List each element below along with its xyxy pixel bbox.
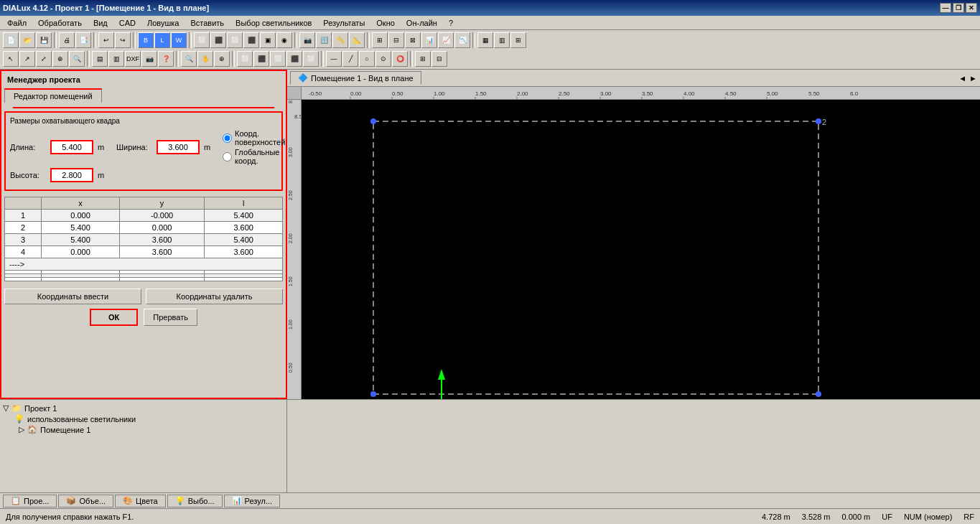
- nav-left[interactable]: ◄: [958, 74, 966, 83]
- tb-undo[interactable]: ↩: [98, 32, 114, 48]
- menu-file[interactable]: Файл: [3, 17, 31, 29]
- tb-e1[interactable]: ⊞: [372, 32, 388, 48]
- tb2-5[interactable]: 🔍: [69, 51, 85, 67]
- nav-right[interactable]: ►: [969, 74, 977, 83]
- length-input[interactable]: [50, 140, 93, 154]
- ok-button[interactable]: ОК: [90, 309, 138, 326]
- tb-d4[interactable]: 📐: [349, 32, 365, 48]
- menu-window[interactable]: Окно: [372, 17, 399, 29]
- tb2-22[interactable]: ⊙: [375, 51, 391, 67]
- menu-insert[interactable]: Вставить: [186, 17, 228, 29]
- tb2-25[interactable]: ⊟: [431, 51, 447, 67]
- tab-selection[interactable]: 💡 Выбо...: [167, 495, 223, 507]
- radio-surface[interactable]: Коорд. поверхностей: [223, 129, 285, 146]
- tb2-9[interactable]: 📷: [141, 51, 157, 67]
- menu-online[interactable]: Он-лайн: [402, 17, 442, 29]
- row2-y[interactable]: 0.000: [119, 222, 204, 234]
- tb2-14[interactable]: ⬜: [237, 51, 253, 67]
- tb-print[interactable]: 🖨: [59, 32, 75, 48]
- tb-e3[interactable]: ⊠: [405, 32, 421, 48]
- row4-l[interactable]: 3.600: [205, 246, 283, 258]
- tb2-8[interactable]: DXF: [125, 51, 141, 67]
- tree-item-room[interactable]: ▷ 🏠 Помещение 1: [14, 424, 284, 435]
- tab-objects[interactable]: 📦 Объе...: [58, 495, 113, 507]
- radio-surface-input[interactable]: [223, 134, 232, 143]
- viewport-tab[interactable]: 🔷 Помещение 1 - Вид в плане: [290, 71, 421, 85]
- menu-cad[interactable]: CAD: [115, 17, 140, 29]
- tb2-23[interactable]: ⭕: [392, 51, 408, 67]
- tb2-21[interactable]: ○: [359, 51, 375, 67]
- menu-help[interactable]: ?: [444, 17, 457, 29]
- menu-trap[interactable]: Ловушка: [143, 17, 183, 29]
- tb2-16[interactable]: ⬜: [270, 51, 286, 67]
- tb2-15[interactable]: ⬛: [253, 51, 269, 67]
- close-button[interactable]: ✕: [966, 3, 977, 13]
- tb-c4[interactable]: ⬛: [243, 32, 259, 48]
- tb2-1[interactable]: ↖: [3, 51, 19, 67]
- tb-d2[interactable]: 🔢: [316, 32, 332, 48]
- row3-y[interactable]: 3.600: [119, 234, 204, 246]
- row2-l[interactable]: 3.600: [205, 222, 283, 234]
- tb2-13[interactable]: ⊕: [214, 51, 230, 67]
- tab-project[interactable]: 📋 Прое...: [3, 495, 57, 507]
- row2-x[interactable]: 5.400: [42, 222, 120, 234]
- tb-save[interactable]: 💾: [36, 32, 52, 48]
- tb-b3[interactable]: W: [171, 32, 187, 48]
- tb-b1[interactable]: B: [138, 32, 154, 48]
- menu-lights[interactable]: Выбор светильников: [231, 17, 316, 29]
- tb2-18[interactable]: ⬜: [303, 51, 319, 67]
- tb-open[interactable]: 📂: [19, 32, 35, 48]
- tb2-24[interactable]: ⊞: [415, 51, 431, 67]
- tree-expand-room[interactable]: ▷: [19, 425, 24, 434]
- tb2-6[interactable]: ▤: [92, 51, 108, 67]
- tb2-12[interactable]: ✋: [197, 51, 213, 67]
- tb-print2[interactable]: 📑: [75, 32, 91, 48]
- tb2-3[interactable]: ⤢: [36, 51, 52, 67]
- row3-l[interactable]: 5.400: [205, 234, 283, 246]
- tb2-2[interactable]: ↗: [19, 51, 35, 67]
- tb-e6[interactable]: 📉: [454, 32, 470, 48]
- tb-c2[interactable]: ⬛: [210, 32, 226, 48]
- row1-y[interactable]: -0.000: [119, 210, 204, 222]
- tab-colors[interactable]: 🎨 Цвета: [115, 495, 166, 507]
- row4-x[interactable]: 0.000: [42, 246, 120, 258]
- tb2-7[interactable]: ▥: [108, 51, 124, 67]
- tb-c5[interactable]: ▣: [260, 32, 276, 48]
- tb-redo[interactable]: ↪: [115, 32, 131, 48]
- row4-y[interactable]: 3.600: [119, 246, 204, 258]
- radio-global-input[interactable]: [223, 152, 232, 162]
- tb-f1[interactable]: ▦: [477, 32, 493, 48]
- row1-l[interactable]: 5.400: [205, 210, 283, 222]
- tb-f2[interactable]: ▥: [494, 32, 510, 48]
- cancel-button[interactable]: Прервать: [144, 309, 197, 326]
- tb-new[interactable]: 📄: [3, 32, 19, 48]
- tree-root[interactable]: ▽ 📁 Проект 1: [3, 403, 284, 413]
- tb2-11[interactable]: 🔍: [181, 51, 197, 67]
- row3-x[interactable]: 5.400: [42, 234, 120, 246]
- tb2-17[interactable]: ⬛: [286, 51, 302, 67]
- tb2-10[interactable]: ❓: [158, 51, 174, 67]
- menu-results[interactable]: Результаты: [319, 17, 369, 29]
- height-input[interactable]: [50, 168, 93, 182]
- tab-results[interactable]: 📊 Резул...: [224, 495, 281, 507]
- tb2-4[interactable]: ⊕: [52, 51, 68, 67]
- tab-room-editor[interactable]: Редактор помещений: [4, 88, 102, 103]
- menu-view[interactable]: Вид: [89, 17, 112, 29]
- tree-expand-root[interactable]: ▽: [3, 403, 9, 413]
- tb-f3[interactable]: ⊞: [510, 32, 526, 48]
- coord-del-button[interactable]: Координаты удалить: [146, 289, 283, 304]
- tb-e2[interactable]: ⊟: [388, 32, 404, 48]
- menu-edit[interactable]: Обработать: [34, 17, 86, 29]
- tb2-20[interactable]: ╱: [342, 51, 358, 67]
- radio-global[interactable]: Глобальные коорд.: [223, 148, 285, 165]
- tb-e5[interactable]: 📈: [438, 32, 454, 48]
- tb-c1[interactable]: ⬜: [194, 32, 210, 48]
- tb-d3[interactable]: 📏: [332, 32, 348, 48]
- coord-add-button[interactable]: Координаты ввести: [4, 289, 141, 304]
- restore-button[interactable]: ❐: [953, 3, 964, 13]
- tb2-19[interactable]: —: [326, 51, 342, 67]
- tb-c6[interactable]: ◉: [276, 32, 292, 48]
- tb-e4[interactable]: 📊: [421, 32, 437, 48]
- tb-b2[interactable]: L: [154, 32, 170, 48]
- row1-x[interactable]: 0.000: [42, 210, 120, 222]
